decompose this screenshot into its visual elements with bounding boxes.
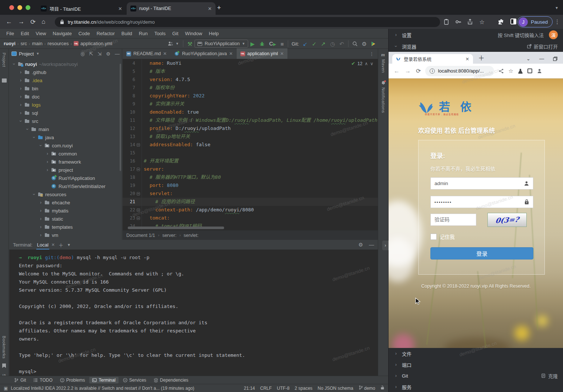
toolwindow-services[interactable]: Services [120,377,149,383]
tree-item-src[interactable]: ›src [9,117,122,125]
menu-edit[interactable]: Edit [17,31,32,36]
captcha-input[interactable] [434,217,480,222]
build-hammer-icon[interactable]: ⚒ [187,41,192,47]
share-icon[interactable] [467,19,473,25]
code-line-9[interactable]: 9 # 实例演示开关 [123,100,378,108]
expand-all-icon[interactable]: ⇱ [89,51,93,57]
section-row-服务[interactable]: ›服务 [389,381,563,392]
tree-item-mybatis[interactable]: ›mybatis [9,207,122,215]
code-line-16[interactable]: 16# 开发环境配置 [123,157,378,165]
breadcrumb-item[interactable]: src [20,41,27,46]
address-bar[interactable]: try.titanide.cn/ide/web/coding/ruoyi/dem… [55,17,440,27]
status-item[interactable]: UTF-8 [277,386,290,391]
fold-icon[interactable] [137,208,140,212]
side-panel-icon[interactable] [510,19,516,24]
stripe-notifications-label[interactable]: Notifications [381,87,386,113]
tree-item-com.ruoyi[interactable]: ›com.ruoyi [9,141,122,150]
menu-tools[interactable]: Tools [151,31,169,36]
chevron-down-icon[interactable]: › [11,62,17,66]
embedded-browser-tab[interactable]: 登录若依系统 ✕ [392,54,473,64]
tree-item-vm[interactable]: ›vm [9,231,122,239]
username-field[interactable] [430,177,533,190]
menu-build[interactable]: Build [118,31,136,36]
tree-item-.idea[interactable]: ›.idea [9,76,122,84]
bookmark-star-icon[interactable]: ☆ [479,19,486,25]
tree-item-framework[interactable]: ›framework [9,158,122,166]
minimize-window-button[interactable] [17,5,22,10]
code-line-15[interactable]: 15 [123,149,378,157]
embedded-minimize-icon[interactable]: — [539,56,544,61]
code-line-13[interactable]: 13 # 获取ip地址开关 [123,133,378,141]
tree-item-static[interactable]: ›static [9,215,122,223]
section-row-端口[interactable]: ›端口 [389,359,563,370]
browser-row[interactable]: › 浏览器 新窗口打开 [389,41,563,52]
chevron-right-icon[interactable]: › [19,78,23,83]
embedded-new-tab-icon[interactable]: ＋ [478,53,484,62]
locate-file-icon[interactable]: ◎ [80,51,84,57]
chevron-right-icon[interactable]: › [46,167,49,172]
tree-item-.github[interactable]: ›.github [9,68,122,76]
status-item[interactable]: CRLF [260,386,271,391]
chevron-down-icon[interactable]: › [18,119,23,123]
chevron-right-icon[interactable]: › [19,94,23,99]
open-new-window-label[interactable]: 新窗口打开 [534,43,558,50]
hide-panel-icon[interactable]: — [115,51,120,57]
chevron-right-icon[interactable]: › [39,208,43,213]
fold-icon[interactable] [137,168,140,171]
breadcrumb-item[interactable]: resources [47,41,69,46]
tree-item-java[interactable]: ›java [9,133,122,141]
git-commit-icon[interactable]: ✓ [312,41,317,47]
project-scrollbar[interactable] [120,64,121,171]
tree-item-ruoyi[interactable]: ›ruoyi ~/workspace/ruoyi [9,60,122,68]
chevron-right-icon[interactable]: › [19,86,23,91]
fold-marker[interactable] [135,208,141,212]
close-tab-icon[interactable]: ✕ [208,6,212,11]
embedded-share-icon[interactable] [499,68,504,74]
menu-git[interactable]: Git [169,31,182,36]
code-line-8[interactable]: 8 copyrightYear: 2022 [123,92,378,100]
chevron-down-icon[interactable]: › [31,192,37,196]
tree-item-doc[interactable]: ›doc [9,93,122,101]
ide-features-icon[interactable] [370,41,376,47]
chevron-right-icon[interactable]: › [39,200,43,205]
code-line-18[interactable]: 18 # 服务器的HTTP端口，默认为80 [123,173,378,181]
maximize-window-button[interactable] [26,5,30,10]
panel-settings-icon[interactable]: ⚙ [106,51,110,57]
embedded-address-bar[interactable]: i localhost:8080/app/... [425,66,494,76]
fold-icon[interactable] [137,143,140,147]
chevron-down-icon[interactable]: › [38,144,43,147]
toolwindow-dependencies[interactable]: Dependencies [151,377,191,383]
tree-item-sql[interactable]: ›sql [9,109,122,117]
fold-marker[interactable] [135,143,141,147]
run-icon[interactable]: ▶ [250,41,255,47]
menu-run[interactable]: Run [136,31,151,36]
clipboard-icon[interactable] [443,19,450,25]
toolwindow-problems[interactable]: Problems [57,377,88,383]
embedded-back-icon[interactable]: ← [394,68,400,74]
doc-crumb[interactable]: servlet: [184,233,199,238]
maven-logo-icon[interactable]: m [381,52,385,58]
panel-expander-chevron[interactable]: › [382,241,389,250]
chevron-right-icon[interactable]: › [39,232,43,238]
close-tab-icon[interactable]: ✕ [280,51,284,56]
inspections-widget[interactable]: ✔ 12 ∧ ∨ [351,61,373,66]
new-tab-button[interactable]: + [217,4,221,11]
menu-code[interactable]: Code [75,31,93,36]
search-everywhere-icon[interactable] [352,41,358,47]
fold-icon[interactable] [137,192,140,195]
embedded-forward-icon[interactable]: → [405,68,411,74]
chevron-right-icon[interactable]: › [19,110,23,115]
status-message[interactable]: Localized IntelliJ IDEA 2022.2.2 is avai… [11,386,194,391]
tree-item-ruoyiservletinitializer[interactable]: RuoYiServletInitializer [9,182,122,190]
open-new-window-icon[interactable] [527,44,532,48]
fold-marker[interactable] [135,217,141,220]
reload-icon[interactable]: ⟳ [30,18,36,26]
terminal-settings-icon[interactable]: ⚙ [358,242,363,248]
close-tab-icon[interactable]: ✕ [163,51,167,56]
tree-item-resources[interactable]: ›resources [9,190,122,198]
toolwindow-terminal[interactable]: Terminal [89,377,118,383]
home-icon[interactable]: ⌂ [41,18,45,26]
terminal-minimize-icon[interactable]: — [369,242,374,248]
code-line-14[interactable]: 14 addressEnabled: false [123,141,378,149]
breadcrumb[interactable]: ruoyi›src›main›resources›YMLapplication.… [0,41,112,46]
